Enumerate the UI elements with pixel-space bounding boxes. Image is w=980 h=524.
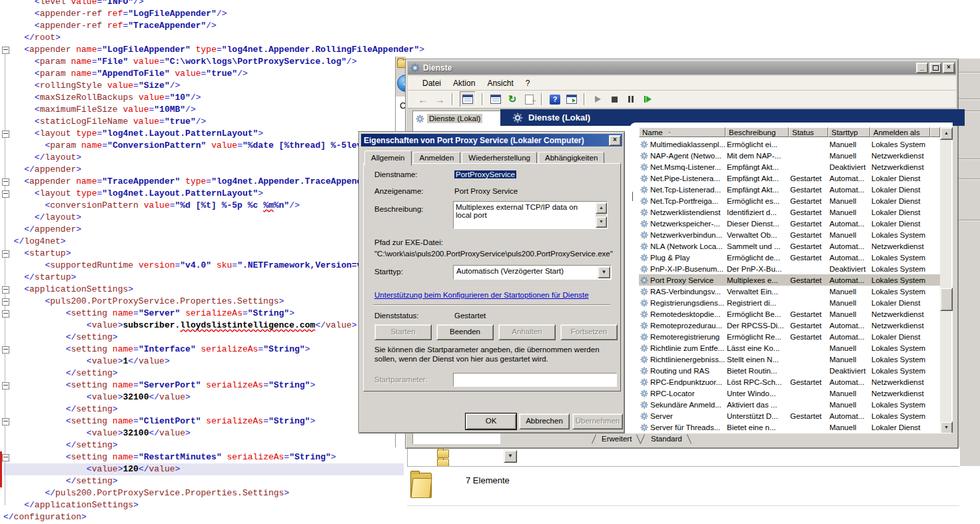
scroll-down-icon[interactable]: ▼	[596, 216, 607, 228]
collapse-toggle-icon[interactable]	[2, 454, 9, 461]
beenden-button[interactable]: Beenden	[436, 324, 494, 340]
column-header-anmelden-als[interactable]: Anmelden als	[870, 127, 930, 137]
code-line[interactable]: <setting name="RestartMinutes" serialize…	[3, 451, 404, 463]
abbrechen-button[interactable]: Abbrechen	[519, 413, 570, 429]
code-line[interactable]: <layout type="log4net.Layout.PatternLayo…	[3, 188, 404, 200]
code-line[interactable]: <value>subscriber.lloydslistintelligence…	[3, 320, 404, 332]
show-tree-icon[interactable]	[460, 91, 476, 107]
code-line[interactable]: </layout>	[3, 212, 404, 224]
collapse-toggle-icon[interactable]	[2, 286, 9, 294]
menu-item-[interactable]: ?	[526, 79, 530, 88]
dialog-titlebar[interactable]: Eigenschaften von Port Proxy Service (Lo…	[361, 134, 622, 146]
service-row[interactable]: Routing und RASBietet Routin...Deaktivie…	[639, 365, 940, 376]
code-line[interactable]: </puls200.PortProxyService.Properties.Se…	[3, 487, 404, 499]
service-row[interactable]: Netzwerkverbindun...Verwaltet Ob...Gesta…	[639, 229, 940, 240]
code-line[interactable]: <rollingStyle value="Size"/>	[3, 80, 404, 92]
code-line[interactable]: </applicationSettings>	[3, 499, 404, 511]
service-row[interactable]: Netzwerkspeicher-...Dieser Dienst...Gest…	[639, 218, 940, 229]
service-row[interactable]: NAP-Agent (Netwo...Mit dem NAP-...Manuel…	[639, 150, 940, 161]
start-service-icon[interactable]	[592, 93, 604, 105]
code-line[interactable]: </setting>	[3, 439, 404, 451]
collapse-toggle-icon[interactable]	[2, 131, 9, 138]
column-header-starttyp[interactable]: Starttyp	[828, 127, 870, 137]
code-line[interactable]: <appender-ref ref="TraceAppender"/>	[3, 20, 404, 32]
service-row[interactable]: RPC-Endpunktzuor...Löst RPC-Sch...Gestar…	[639, 376, 940, 388]
code-line[interactable]: </setting>	[3, 332, 404, 344]
code-line[interactable]: </setting>	[3, 475, 404, 487]
code-line[interactable]: <param name="ConversionPattern" value="%…	[3, 140, 404, 152]
startparameter-input[interactable]	[453, 373, 617, 387]
service-row[interactable]: Port Proxy ServiceMultiplexes e...Gestar…	[639, 274, 940, 286]
service-row[interactable]: Registrierungsdiens...Registriert di...M…	[639, 297, 940, 308]
refresh-icon[interactable]: ↻	[506, 93, 518, 105]
code-line[interactable]: <startup>	[3, 248, 404, 260]
code-line[interactable]: <maxSizeRollBackups value="10"/>	[3, 92, 404, 104]
help-icon[interactable]: ?	[549, 93, 561, 105]
starttyp-combobox[interactable]: Automatisch (Verzögerter Start) ▼	[453, 265, 612, 280]
ok-button[interactable]: OK	[466, 413, 516, 429]
services-titlebar[interactable]: Dienste _ ×	[408, 61, 956, 75]
service-row[interactable]: NetzwerklistendienstIdentifiziert d...Ge…	[639, 206, 940, 218]
startoptionen-help-link[interactable]: Unterstützung beim Konfigurieren der Sta…	[374, 291, 589, 299]
code-line[interactable]: </startup>	[3, 272, 404, 284]
service-row[interactable]: Net.Tcp-Listenerad...Empfängt Akt...Gest…	[639, 184, 940, 195]
column-header-beschreibung[interactable]: Beschreibung	[726, 127, 789, 137]
code-line[interactable]: <setting name="Server" serializeAs="Stri…	[3, 308, 404, 320]
code-line[interactable]: <appender name="LogFileAppender" type="l…	[3, 44, 404, 56]
collapse-toggle-icon[interactable]	[2, 47, 9, 54]
code-line[interactable]: <setting name="ClientPort" serializeAs="…	[3, 415, 404, 427]
code-line[interactable]: <maximumFileSize value="10MB"/>	[3, 104, 404, 116]
code-line[interactable]: </layout>	[3, 152, 404, 164]
collapse-toggle-icon[interactable]	[2, 346, 9, 354]
back-icon[interactable]: ←	[417, 93, 429, 105]
service-row[interactable]: Server für Threads...Bietet eine n...Man…	[639, 421, 940, 433]
collapse-toggle-icon[interactable]	[2, 382, 9, 390]
code-line[interactable]: </log4net>	[3, 236, 404, 248]
collapse-toggle-icon[interactable]	[2, 298, 9, 306]
close-button[interactable]: ×	[943, 63, 955, 73]
service-row[interactable]: RPC-LocatorUnter Windo...ManuellNetzwerk…	[639, 388, 940, 399]
scroll-up-icon[interactable]: ▲	[940, 127, 953, 140]
service-row[interactable]: PnP-X-IP-Busenum...Der PnP-X-Bu...Deakti…	[639, 263, 940, 274]
code-line[interactable]: <setting name="ServerPort" serializeAs="…	[3, 380, 404, 392]
stop-service-icon[interactable]	[608, 93, 620, 105]
code-line[interactable]: <staticLogFileName value="true"/>	[3, 116, 404, 128]
service-row[interactable]: RemoteregistrierungErmöglicht Re...Gesta…	[639, 331, 940, 342]
service-row[interactable]: Net.Pipe-Listenera...Empfängt Akt...Gest…	[639, 172, 940, 184]
minimize-button[interactable]: _	[916, 63, 928, 73]
code-line[interactable]: <value>120</value>	[3, 463, 404, 475]
collapse-toggle-icon[interactable]	[2, 310, 9, 318]
code-line[interactable]: <value>32100</value>	[3, 392, 404, 403]
code-line[interactable]: </setting>	[3, 403, 404, 415]
scrollbar-thumb[interactable]	[940, 288, 953, 311]
code-line[interactable]: <param name="File" value="C:\work\logs\P…	[3, 56, 404, 68]
new-window-icon[interactable]	[566, 93, 578, 105]
code-line[interactable]: <appender name="TraceAppender" type="log…	[3, 176, 404, 188]
export-list-icon[interactable]	[523, 93, 535, 105]
code-line[interactable]: <supportedRuntime version="v4.0" sku=".N…	[3, 260, 404, 272]
collapse-toggle-icon[interactable]	[2, 250, 9, 258]
service-row[interactable]: RAS-Verbindungsv...Verwaltet Ein...Manue…	[639, 286, 940, 297]
menu-item-aktion[interactable]: Aktion	[453, 79, 475, 88]
code-line[interactable]: </configuration>	[3, 511, 404, 523]
service-row[interactable]: Sekundäre Anmeld...Aktiviert das ...Manu…	[639, 399, 940, 410]
menu-item-datei[interactable]: Datei	[422, 79, 441, 88]
tab-allgemein[interactable]: Allgemein	[364, 150, 412, 166]
service-row[interactable]: Richtlinienergebniss...Stellt einen N...…	[639, 354, 940, 365]
maximize-button[interactable]	[929, 63, 941, 73]
service-row[interactable]: Multimediaklassenpl...Ermöglicht ei...Ma…	[639, 138, 940, 150]
code-line[interactable]: <level value="INFO"/>	[3, 0, 404, 8]
tab-standard[interactable]: Standard	[651, 435, 682, 443]
service-row[interactable]: Net.Msmq-Listener...Empfängt Akt...Deakt…	[639, 161, 940, 172]
collapse-toggle-icon[interactable]	[2, 178, 9, 186]
code-line[interactable]: <param name="AppendToFile" value="true"/…	[3, 68, 404, 80]
code-line[interactable]: <appender-ref ref="LogFileAppender"/>	[3, 8, 404, 20]
chevron-down-icon[interactable]: ▼	[504, 450, 517, 463]
column-header-status[interactable]: Status	[789, 127, 828, 137]
vertical-scrollbar[interactable]: ▲ ▼	[940, 127, 951, 433]
code-line[interactable]: <layout type="log4net.Layout.PatternLayo…	[3, 128, 404, 140]
service-row[interactable]: Richtlinie zum Entfe...Lässt eine Ko...M…	[639, 342, 940, 354]
code-line[interactable]: </setting>	[3, 368, 404, 380]
service-row[interactable]: Remotedesktopdie...Ermöglicht Be...Gesta…	[639, 308, 940, 320]
code-lines[interactable]: <level value="INFO"/> <appender-ref ref=…	[3, 0, 404, 523]
